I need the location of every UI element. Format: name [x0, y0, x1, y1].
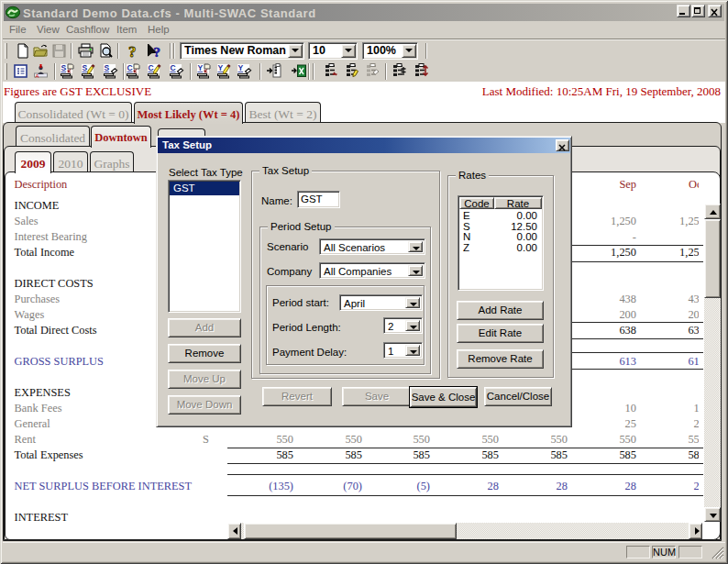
svg-text:C: C	[149, 63, 154, 72]
svg-text:Y: Y	[198, 63, 204, 72]
svg-text:C: C	[170, 63, 175, 72]
svg-text:C: C	[127, 63, 133, 72]
svg-text:A: A	[36, 73, 39, 79]
svg-text:?: ?	[154, 45, 161, 59]
svg-text:S: S	[61, 63, 67, 72]
svg-text:S: S	[83, 63, 88, 72]
svg-text:S: S	[104, 63, 109, 72]
svg-text:Y: Y	[217, 63, 223, 72]
svg-text:Y: Y	[238, 63, 244, 72]
svg-text:?: ?	[128, 43, 137, 59]
